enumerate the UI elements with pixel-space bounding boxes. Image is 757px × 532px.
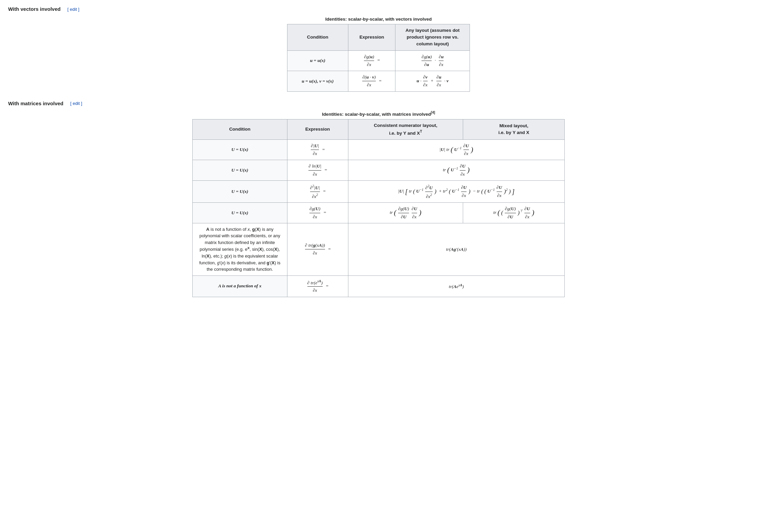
condition-cell-long: A is not a function of x, g(X) is any po… [193, 223, 287, 275]
result-cell: u · ∂v ∂x + ∂u ∂x · v [395, 71, 470, 92]
result-consistent: tr ( ∂g(U) ∂U ∂U ∂x ) [348, 203, 463, 223]
result-cell: tr ( U−1 ∂U ∂x ) [348, 160, 564, 181]
expression-cell: ∂|U| ∂x = [287, 139, 348, 160]
matrices-col-mixed: Mixed layout,i.e. by Y and X [463, 119, 565, 139]
section-matrices: With matrices involved [ edit ] Identiti… [8, 100, 749, 297]
edit-matrices-link[interactable]: [ edit ] [70, 100, 82, 107]
result-mixed: tr ( ( ∂g(U) ∂U )⊤ ∂U ∂x ) [463, 203, 565, 223]
vectors-col-expression: Expression [348, 24, 395, 50]
vectors-col-layout: Any layout (assumes dot product ignores … [395, 24, 470, 50]
expression-cell: ∂ tr(g(xA)) ∂x = [287, 223, 348, 275]
condition-cell: u = u(x) [287, 50, 348, 71]
expression-cell: ∂ ln|U| ∂x = [287, 160, 348, 181]
expression-cell: ∂2|U| ∂x2 = [287, 180, 348, 203]
expression-cell: ∂(u · v) ∂x = [348, 71, 395, 92]
table-row: U = U(x) ∂ ln|U| ∂x = tr ( U [193, 160, 565, 181]
result-cell: |U| [ tr ( U−1 ∂2U ∂x2 ) + tr2 ( U−1 [348, 180, 564, 203]
section-vectors: With vectors involved [ edit ] Identitie… [8, 5, 749, 92]
table-row: u = u(x), v = v(x) ∂(u · v) ∂x = u · [287, 71, 470, 92]
condition-cell: U = U(x) [193, 203, 287, 223]
vectors-col-condition: Condition [287, 24, 348, 50]
result-cell: tr(AexA) [348, 275, 564, 297]
table-row: U = U(x) ∂g(U) ∂x = tr ( [193, 203, 565, 223]
section-matrices-title: With matrices involved [ edit ] [8, 100, 749, 108]
table-row: U = U(x) ∂|U| ∂x = |U| tr ( [193, 139, 565, 160]
matrices-table: Identities: scalar-by-scalar, with matri… [192, 110, 565, 297]
condition-cell: U = U(x) [193, 139, 287, 160]
matrices-col-expression: Expression [287, 119, 348, 139]
matrices-col-condition: Condition [193, 119, 287, 139]
matrices-col-consistent: Consistent numerator layout,i.e. by Y an… [348, 119, 463, 139]
table-row: A is not a function of x ∂ tr(exA) ∂x = … [193, 275, 565, 297]
result-cell: |U| tr ( U−1 ∂U ∂x ) [348, 139, 564, 160]
result-cell: ∂g(u) ∂u · ∂u ∂x [395, 50, 470, 71]
result-cell: tr(Ag′(xA)) [348, 223, 564, 275]
condition-cell: U = U(x) [193, 160, 287, 181]
expression-cell: ∂ tr(exA) ∂x = [287, 275, 348, 297]
vectors-table-caption: Identities: scalar-by-scalar, with vecto… [287, 16, 470, 23]
condition-cell: U = U(x) [193, 180, 287, 203]
table-row: u = u(x) ∂g(u) ∂x = ∂g(u) [287, 50, 470, 71]
vectors-table: Identities: scalar-by-scalar, with vecto… [287, 16, 470, 92]
edit-vectors-link[interactable]: [ edit ] [67, 6, 79, 13]
matrices-table-caption: Identities: scalar-by-scalar, with matri… [192, 110, 565, 118]
expression-cell: ∂g(u) ∂x = [348, 50, 395, 71]
section-vectors-title: With vectors involved [ edit ] [8, 5, 749, 13]
table-row: A is not a function of x, g(X) is any po… [193, 223, 565, 275]
table-row: U = U(x) ∂2|U| ∂x2 = |U| [ t [193, 180, 565, 203]
expression-cell: ∂g(U) ∂x = [287, 203, 348, 223]
condition-cell: A is not a function of x [193, 275, 287, 297]
condition-cell: u = u(x), v = v(x) [287, 71, 348, 92]
